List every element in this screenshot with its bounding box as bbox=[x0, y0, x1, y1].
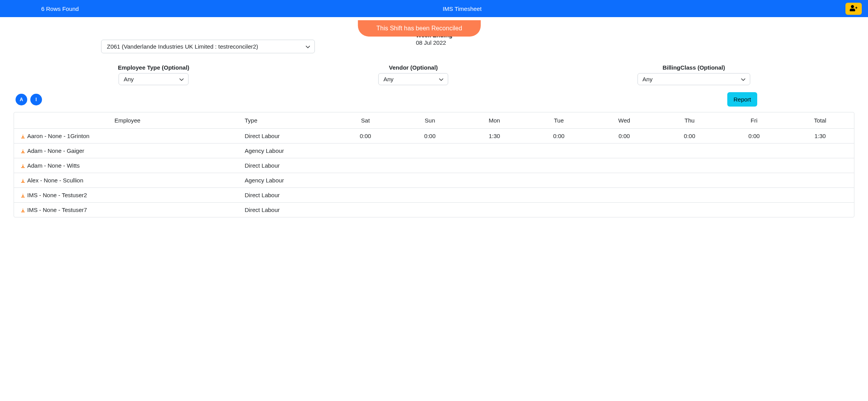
table-cell-sat bbox=[333, 144, 398, 158]
table-header-cell: Total bbox=[786, 112, 854, 129]
table-cell-wed bbox=[591, 173, 657, 188]
svg-rect-8 bbox=[21, 197, 24, 198]
filters-row: Employee Type (Optional) Any Vendor (Opt… bbox=[8, 57, 860, 89]
table-cell-sun bbox=[398, 144, 462, 158]
table-cell-mon bbox=[462, 158, 527, 173]
table-body: Aaron - None - 1GrintonDirect Labour0:00… bbox=[14, 129, 854, 217]
table-cell-wed bbox=[591, 188, 657, 203]
table-cell-mon bbox=[462, 144, 527, 158]
table-cell-sat bbox=[333, 158, 398, 173]
filter-employee-type: Employee Type (Optional) Any bbox=[118, 64, 189, 85]
table-cell-total bbox=[786, 158, 854, 173]
table-cell-sat bbox=[333, 188, 398, 203]
table-cell-tue: 0:00 bbox=[527, 129, 591, 144]
employee-cell: Adam - None - Gaiger bbox=[14, 144, 241, 158]
table-cell-thu bbox=[657, 173, 722, 188]
user-plus-icon bbox=[849, 5, 858, 12]
table-cell-sat bbox=[333, 203, 398, 217]
table-cell-sun bbox=[398, 173, 462, 188]
table-cell-fri: 0:00 bbox=[722, 129, 786, 144]
table-cell-type: Direct Labour bbox=[241, 158, 333, 173]
svg-rect-3 bbox=[22, 151, 24, 151]
table-header-cell: Fri bbox=[722, 112, 786, 129]
report-button[interactable]: Report bbox=[727, 92, 757, 107]
table-header-cell: Tue bbox=[527, 112, 591, 129]
table-header-cell: Wed bbox=[591, 112, 657, 129]
billing-class-label: BillingClass (Optional) bbox=[637, 64, 750, 71]
table-cell-sun: 0:00 bbox=[398, 129, 462, 144]
table-cell-total: 1:30 bbox=[786, 129, 854, 144]
project-select-wrap: Z061 (Vanderlande Industries UK Limited … bbox=[101, 40, 315, 53]
table-row[interactable]: Adam - None - WittsDirect Labour bbox=[14, 158, 854, 173]
rows-found-label: 6 Rows Found bbox=[41, 5, 79, 12]
table-cell-type: Direct Labour bbox=[241, 203, 333, 217]
timesheet-table-wrap: EmployeeTypeSatSunMonTueWedThuFriTotal A… bbox=[14, 112, 854, 217]
table-header-cell: Thu bbox=[657, 112, 722, 129]
table-cell-wed bbox=[591, 144, 657, 158]
worker-icon bbox=[20, 208, 26, 213]
add-user-button[interactable] bbox=[845, 3, 862, 15]
billing-class-select[interactable]: Any bbox=[637, 73, 750, 85]
worker-icon bbox=[20, 178, 26, 184]
table-cell-tue bbox=[527, 188, 591, 203]
action-row: A I Report bbox=[8, 89, 860, 112]
table-cell-total bbox=[786, 173, 854, 188]
employee-name: Adam - None - Witts bbox=[27, 162, 80, 169]
vendor-label: Vendor (Optional) bbox=[378, 64, 448, 71]
filter-billing-class: BillingClass (Optional) Any bbox=[637, 64, 750, 85]
circle-buttons: A I bbox=[16, 94, 42, 105]
table-cell-thu bbox=[657, 203, 722, 217]
a-button[interactable]: A bbox=[16, 94, 27, 105]
table-cell-thu bbox=[657, 144, 722, 158]
employee-type-label: Employee Type (Optional) bbox=[118, 64, 189, 71]
table-header-cell: Mon bbox=[462, 112, 527, 129]
employee-cell: Alex - None - Scullion bbox=[14, 173, 241, 188]
table-cell-wed bbox=[591, 158, 657, 173]
table-cell-sun bbox=[398, 188, 462, 203]
worker-icon bbox=[20, 134, 26, 139]
table-header-cell: Employee bbox=[14, 112, 241, 129]
table-cell-type: Agency Labour bbox=[241, 173, 333, 188]
table-cell-wed bbox=[591, 203, 657, 217]
timesheet-table: EmployeeTypeSatSunMonTueWedThuFriTotal A… bbox=[14, 112, 854, 217]
table-cell-total bbox=[786, 188, 854, 203]
table-cell-total bbox=[786, 203, 854, 217]
table-cell-thu bbox=[657, 158, 722, 173]
table-cell-fri bbox=[722, 188, 786, 203]
table-row[interactable]: IMS - None - Testuser7Direct Labour bbox=[14, 203, 854, 217]
week-ending-value: 08 Jul 2022 bbox=[416, 39, 452, 46]
table-cell-tue bbox=[527, 144, 591, 158]
table-cell-mon bbox=[462, 203, 527, 217]
table-cell-type: Agency Labour bbox=[241, 144, 333, 158]
svg-rect-11 bbox=[22, 210, 24, 210]
employee-name: IMS - None - Testuser2 bbox=[27, 192, 87, 198]
table-cell-fri bbox=[722, 158, 786, 173]
table-cell-wed: 0:00 bbox=[591, 129, 657, 144]
table-row[interactable]: IMS - None - Testuser2Direct Labour bbox=[14, 188, 854, 203]
employee-name: Aaron - None - 1Grinton bbox=[27, 133, 89, 139]
table-cell-total bbox=[786, 144, 854, 158]
table-cell-thu: 0:00 bbox=[657, 129, 722, 144]
table-header-row: EmployeeTypeSatSunMonTueWedThuFriTotal bbox=[14, 112, 854, 129]
employee-name: IMS - None - Testuser7 bbox=[27, 207, 87, 213]
worker-icon bbox=[20, 149, 26, 154]
vendor-select[interactable]: Any bbox=[378, 73, 448, 85]
employee-cell: IMS - None - Testuser2 bbox=[14, 188, 241, 203]
project-select[interactable]: Z061 (Vanderlande Industries UK Limited … bbox=[101, 40, 315, 53]
svg-rect-10 bbox=[21, 212, 24, 212]
employee-type-select[interactable]: Any bbox=[119, 73, 189, 85]
reconciled-toast: This Shift has been Reconciled bbox=[358, 20, 481, 37]
table-cell-mon: 1:30 bbox=[462, 129, 527, 144]
table-row[interactable]: Aaron - None - 1GrintonDirect Labour0:00… bbox=[14, 129, 854, 144]
table-row[interactable]: Alex - None - ScullionAgency Labour bbox=[14, 173, 854, 188]
worker-icon bbox=[20, 163, 26, 169]
table-row[interactable]: Adam - None - GaigerAgency Labour bbox=[14, 144, 854, 158]
i-button[interactable]: I bbox=[30, 94, 42, 105]
svg-rect-2 bbox=[21, 152, 24, 153]
table-header-cell: Sat bbox=[333, 112, 398, 129]
svg-rect-0 bbox=[21, 138, 24, 138]
table-cell-mon bbox=[462, 173, 527, 188]
employee-name: Adam - None - Gaiger bbox=[27, 147, 84, 154]
employee-cell: Aaron - None - 1Grinton bbox=[14, 129, 241, 144]
svg-rect-5 bbox=[22, 165, 24, 166]
